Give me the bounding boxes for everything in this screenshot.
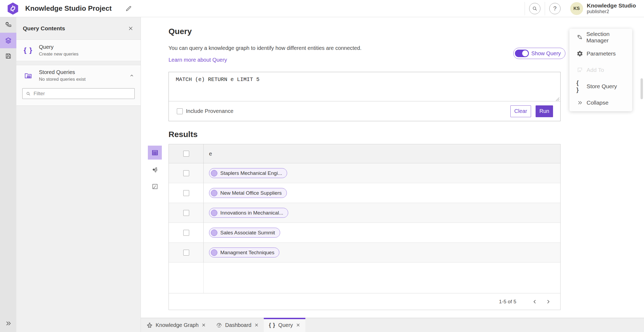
empty-entity-column: [204, 263, 560, 293]
show-query-toggle[interactable]: Show Query: [513, 48, 565, 59]
link-chart-icon: [152, 166, 158, 173]
table-row: Innovations in Mechanical...: [169, 203, 560, 223]
entity-pill[interactable]: New Metal Office Suppliers: [209, 188, 287, 198]
double-chevron-right-icon: [576, 100, 583, 106]
avatar-initials: KS: [573, 6, 580, 11]
menu-item-parameters[interactable]: Parameters: [569, 45, 632, 62]
tab-query[interactable]: { } Query: [264, 318, 305, 332]
row-checkbox[interactable]: [183, 210, 189, 216]
expand-rail-button[interactable]: [0, 317, 16, 330]
panel-item-stored-queries[interactable]: Stored Queries No stored queries exist: [16, 65, 141, 86]
chevron-right-icon: [546, 299, 551, 304]
menu-item-selection-manager[interactable]: Selection Manager: [569, 29, 632, 45]
entity-cell: Staplers Mechanical Engi...: [204, 163, 560, 183]
question-icon: ?: [553, 5, 557, 12]
row-checkbox[interactable]: [183, 230, 189, 236]
map-view-button[interactable]: [148, 179, 162, 193]
tab-close-icon[interactable]: [202, 323, 206, 327]
app-logo[interactable]: [7, 2, 19, 15]
tab-close-icon[interactable]: [296, 323, 300, 327]
entity-cell: Managment Techniques: [204, 243, 560, 262]
avatar[interactable]: KS: [570, 2, 583, 15]
help-button[interactable]: ?: [549, 3, 561, 14]
entity-label: Staplers Mechanical Engi...: [220, 170, 282, 176]
page-title: Query: [169, 27, 192, 36]
column-header-e: e: [204, 144, 560, 163]
tab-close-icon[interactable]: [254, 323, 259, 327]
panel-item-subtitle: Create new queries: [39, 51, 78, 57]
scrollbar-thumb[interactable]: [641, 78, 643, 99]
tab-label: Query: [278, 322, 293, 328]
entity-dot-icon: [211, 230, 217, 236]
table-row: Sales Associate Summit: [169, 223, 560, 243]
braces-icon: { }: [22, 46, 34, 54]
tab-knowledge-graph[interactable]: Knowledge Graph: [141, 318, 211, 332]
entity-dot-icon: [211, 249, 217, 256]
panel-header: Query Contents: [16, 17, 141, 40]
query-editor-footer: Include Provenance Clear Run: [169, 101, 560, 121]
include-provenance-checkbox[interactable]: [177, 108, 183, 114]
panel-item-title: Stored Queries: [39, 69, 86, 75]
close-panel-button[interactable]: [126, 24, 135, 33]
filter-input[interactable]: [34, 91, 134, 97]
resize-handle-icon[interactable]: [556, 97, 559, 101]
menu-item-label: Parameters: [587, 50, 616, 57]
menu-item-label: Store Query: [587, 83, 617, 90]
query-textarea[interactable]: MATCH (e) RETURN e LIMIT 5: [169, 72, 560, 101]
clear-button[interactable]: Clear: [510, 105, 531, 117]
stored-queries-section: Stored Queries No stored queries exist: [16, 65, 141, 106]
app-header: Knowledge Studio Project ? KS Knowle: [0, 0, 644, 17]
row-checkbox[interactable]: [183, 190, 189, 196]
entity-pill[interactable]: Staplers Mechanical Engi...: [209, 168, 287, 178]
panel-item-query[interactable]: { } Query Create new queries: [16, 40, 141, 61]
run-button[interactable]: Run: [536, 105, 553, 117]
rail-item-save[interactable]: [0, 48, 16, 64]
panel-title: Query Contents: [23, 25, 65, 32]
entity-pill[interactable]: Innovations in Mechanical...: [209, 208, 288, 218]
header-checkbox-cell: [169, 144, 204, 163]
row-checkbox[interactable]: [183, 250, 189, 256]
link-chart-view-button[interactable]: [148, 163, 162, 176]
map-icon: [152, 183, 158, 190]
entity-dot-icon: [211, 210, 217, 216]
chevron-left-icon: [532, 299, 537, 304]
previous-page-button[interactable]: [530, 297, 539, 306]
entity-label: Innovations in Mechanical...: [220, 210, 283, 216]
left-icon-rail: [0, 17, 16, 332]
filter-field: [22, 88, 135, 99]
row-checkbox-cell: [169, 223, 204, 242]
results-view-switcher: [148, 146, 162, 196]
edit-title-button[interactable]: [124, 4, 133, 13]
entity-cell: New Metal Office Suppliers: [204, 183, 560, 203]
entity-pill[interactable]: Sales Associate Summit: [209, 228, 280, 238]
entity-pill[interactable]: Managment Techniques: [209, 248, 279, 257]
select-all-checkbox[interactable]: [183, 151, 189, 157]
learn-more-link[interactable]: Learn more about Query: [169, 57, 227, 63]
table-view-button[interactable]: [148, 146, 162, 160]
close-icon: [128, 26, 133, 31]
entity-dot-icon: [211, 170, 217, 176]
results-table: e Staplers Mechanical Engi...: [169, 144, 561, 310]
entity-label: Managment Techniques: [220, 250, 274, 256]
search-button[interactable]: [529, 3, 540, 14]
menu-item-store-query[interactable]: { } Store Query: [569, 78, 632, 94]
results-title: Results: [169, 130, 197, 139]
row-checkbox[interactable]: [183, 170, 189, 176]
menu-item-label: Selection Manager: [586, 31, 632, 44]
query-description: You can query a knowledge graph to ident…: [169, 45, 361, 51]
header-divider: [525, 2, 525, 15]
toggle-knob: [522, 50, 528, 56]
menu-item-collapse[interactable]: Collapse: [569, 94, 632, 111]
tab-dashboard[interactable]: Dashboard: [211, 318, 264, 332]
entity-label: Sales Associate Summit: [220, 230, 275, 236]
rail-item-data-model[interactable]: [0, 17, 16, 33]
user-info[interactable]: Knowledge Studio publisher2: [587, 2, 636, 14]
next-page-button[interactable]: [544, 297, 553, 306]
project-title: Knowledge Studio Project: [25, 4, 112, 13]
braces-icon: { }: [576, 79, 583, 93]
double-chevron-right-icon: [5, 320, 12, 327]
toggle-track: [515, 50, 529, 57]
include-provenance-label: Include Provenance: [186, 108, 233, 114]
rail-item-contents[interactable]: [0, 33, 16, 48]
chevron-up-icon[interactable]: [129, 73, 135, 79]
